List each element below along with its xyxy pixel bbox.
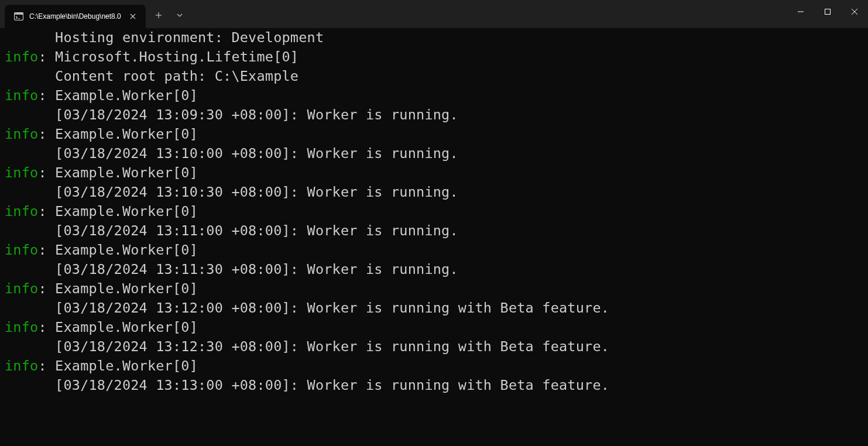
log-line: info: Example.Worker[0]	[5, 279, 863, 299]
log-indent	[5, 376, 55, 395]
log-level: info	[5, 125, 38, 144]
log-line: Hosting environment: Development	[5, 28, 863, 47]
log-message: [03/18/2024 13:11:30 +08:00]: Worker is …	[55, 260, 458, 279]
log-line: [03/18/2024 13:09:30 +08:00]: Worker is …	[5, 105, 863, 125]
chevron-down-icon	[177, 12, 183, 18]
log-message: Hosting environment: Development	[55, 28, 324, 47]
log-line: [03/18/2024 13:10:00 +08:00]: Worker is …	[5, 144, 863, 163]
log-line: [03/18/2024 13:11:30 +08:00]: Worker is …	[5, 260, 863, 279]
log-message: [03/18/2024 13:10:00 +08:00]: Worker is …	[55, 144, 458, 163]
log-level: info	[5, 356, 38, 376]
log-level: info	[5, 202, 38, 221]
log-level: info	[5, 279, 38, 299]
log-line: info: Example.Worker[0]	[5, 202, 863, 221]
log-line: [03/18/2024 13:10:30 +08:00]: Worker is …	[5, 183, 863, 202]
log-source: Example.Worker[0]	[55, 86, 198, 105]
log-line: [03/18/2024 13:11:00 +08:00]: Worker is …	[5, 221, 863, 241]
log-source: Example.Worker[0]	[55, 202, 198, 221]
window-controls	[787, 0, 868, 23]
log-indent	[5, 28, 55, 47]
maximize-button[interactable]	[814, 0, 841, 23]
log-indent	[5, 260, 55, 279]
new-tab-button[interactable]	[148, 6, 169, 25]
log-line: [03/18/2024 13:12:30 +08:00]: Worker is …	[5, 337, 863, 356]
log-source: Example.Worker[0]	[55, 318, 198, 337]
log-indent	[5, 299, 55, 318]
log-message: [03/18/2024 13:12:30 +08:00]: Worker is …	[55, 337, 609, 356]
svg-rect-9	[825, 9, 831, 15]
titlebar: C:\Example\bin\Debug\net8.0	[0, 0, 868, 28]
log-message: [03/18/2024 13:11:00 +08:00]: Worker is …	[55, 221, 458, 241]
log-message: [03/18/2024 13:09:30 +08:00]: Worker is …	[55, 105, 458, 125]
log-line: info: Example.Worker[0]	[5, 318, 863, 337]
log-separator: :	[38, 47, 55, 67]
log-line: [03/18/2024 13:13:00 +08:00]: Worker is …	[5, 376, 863, 395]
log-separator: :	[38, 279, 55, 299]
log-message: [03/18/2024 13:10:30 +08:00]: Worker is …	[55, 183, 458, 202]
log-source: Example.Worker[0]	[55, 279, 198, 299]
log-message: Content root path: C:\Example	[55, 67, 299, 86]
window-close-button[interactable]	[841, 0, 868, 23]
log-line: info: Example.Worker[0]	[5, 86, 863, 105]
titlebar-left: C:\Example\bin\Debug\net8.0	[0, 0, 190, 28]
log-line: info: Example.Worker[0]	[5, 125, 863, 144]
log-separator: :	[38, 125, 55, 144]
log-indent	[5, 144, 55, 163]
log-source: Example.Worker[0]	[55, 241, 198, 260]
log-separator: :	[38, 241, 55, 260]
svg-point-2	[15, 13, 16, 14]
log-line: info: Example.Worker[0]	[5, 241, 863, 260]
log-line: info: Microsoft.Hosting.Lifetime[0]	[5, 47, 863, 67]
log-separator: :	[38, 202, 55, 221]
log-line: [03/18/2024 13:12:00 +08:00]: Worker is …	[5, 299, 863, 318]
log-indent	[5, 221, 55, 241]
log-separator: :	[38, 356, 55, 376]
log-indent	[5, 67, 55, 86]
log-level: info	[5, 163, 38, 183]
log-source: Example.Worker[0]	[55, 163, 198, 183]
log-separator: :	[38, 163, 55, 183]
log-line: Content root path: C:\Example	[5, 67, 863, 86]
log-line: info: Example.Worker[0]	[5, 163, 863, 183]
close-icon	[852, 9, 857, 15]
minimize-icon	[798, 9, 804, 15]
log-level: info	[5, 318, 38, 337]
log-source: Microsoft.Hosting.Lifetime[0]	[55, 47, 299, 67]
log-source: Example.Worker[0]	[55, 356, 198, 376]
log-message: [03/18/2024 13:12:00 +08:00]: Worker is …	[55, 299, 609, 318]
log-message: [03/18/2024 13:13:00 +08:00]: Worker is …	[55, 376, 609, 395]
log-source: Example.Worker[0]	[55, 125, 198, 144]
log-level: info	[5, 86, 38, 105]
log-indent	[5, 183, 55, 202]
log-line: info: Example.Worker[0]	[5, 356, 863, 376]
log-level: info	[5, 241, 38, 260]
log-separator: :	[38, 86, 55, 105]
maximize-icon	[825, 9, 831, 15]
tab-title: C:\Example\bin\Debug\net8.0	[29, 12, 121, 20]
log-separator: :	[38, 318, 55, 337]
plus-icon	[155, 12, 162, 19]
terminal-output[interactable]: Hosting environment: Developmentinfo: Mi…	[0, 28, 868, 395]
terminal-tab[interactable]: C:\Example\bin\Debug\net8.0	[5, 5, 146, 28]
terminal-icon	[14, 12, 23, 21]
log-indent	[5, 105, 55, 125]
log-level: info	[5, 47, 38, 67]
tab-close-button[interactable]	[127, 11, 139, 22]
minimize-button[interactable]	[787, 0, 814, 23]
tab-dropdown-button[interactable]	[169, 6, 190, 25]
log-indent	[5, 337, 55, 356]
